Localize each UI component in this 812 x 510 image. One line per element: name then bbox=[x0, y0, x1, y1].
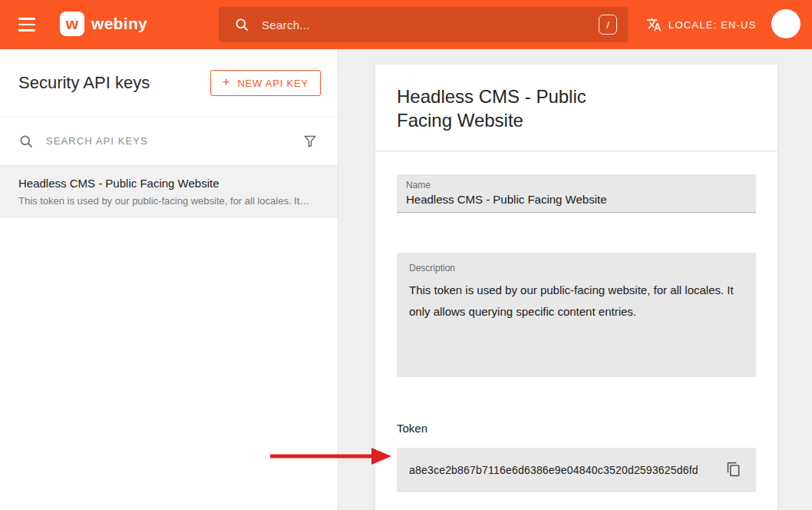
menu-icon-bar bbox=[18, 24, 35, 26]
api-key-detail-card: Headless CMS - Public Facing Website Nam… bbox=[375, 65, 777, 510]
api-keys-search-row bbox=[0, 117, 338, 166]
name-field-value: Headless CMS - Public Facing Website bbox=[406, 193, 747, 206]
api-keys-panel: Security API keys + NEW API KEY Headle bbox=[0, 49, 338, 510]
menu-icon[interactable] bbox=[18, 18, 35, 31]
api-key-item-title: Headless CMS - Public Facing Website bbox=[18, 177, 319, 190]
webiny-logo-icon: w bbox=[60, 12, 84, 36]
webiny-logo[interactable]: w webiny bbox=[60, 12, 147, 36]
api-key-list-item[interactable]: Headless CMS - Public Facing Website Thi… bbox=[0, 166, 338, 218]
name-field[interactable]: Name Headless CMS - Public Facing Websit… bbox=[397, 174, 756, 213]
new-api-key-button[interactable]: + NEW API KEY bbox=[210, 70, 321, 96]
name-field-label: Name bbox=[406, 180, 747, 190]
detail-card-header: Headless CMS - Public Facing Website bbox=[375, 65, 777, 151]
api-key-item-description: This token is used by our public-facing … bbox=[18, 195, 319, 207]
plus-icon: + bbox=[223, 75, 231, 90]
api-keys-search-input[interactable] bbox=[46, 135, 292, 147]
search-icon bbox=[18, 134, 34, 149]
menu-icon-bar bbox=[18, 18, 35, 20]
copy-token-button[interactable] bbox=[724, 460, 744, 480]
locale-selector[interactable]: LOCALE: EN-US bbox=[646, 0, 757, 49]
search-shortcut-badge: / bbox=[599, 15, 617, 35]
token-value: a8e3ce2b867b7116e6d6386e9e04840c3520d259… bbox=[409, 464, 698, 476]
copy-icon bbox=[726, 462, 741, 479]
description-field-label: Description bbox=[409, 263, 744, 273]
description-field-value: This token is used by our public-facing … bbox=[409, 280, 744, 323]
filter-icon[interactable] bbox=[301, 132, 319, 151]
new-api-key-button-label: NEW API KEY bbox=[237, 78, 309, 89]
menu-icon-bar bbox=[18, 29, 35, 31]
search-icon bbox=[234, 17, 249, 32]
app-window: w webiny / LOCALE: EN-US bbox=[0, 0, 812, 510]
webiny-logo-letter: w bbox=[66, 15, 78, 33]
global-search-input[interactable] bbox=[262, 18, 599, 31]
topbar: w webiny / LOCALE: EN-US bbox=[0, 0, 812, 49]
locale-label: LOCALE: EN-US bbox=[668, 19, 757, 31]
translate-icon bbox=[646, 17, 662, 32]
detail-panel: Headless CMS - Public Facing Website Nam… bbox=[338, 49, 812, 510]
detail-card-body: Name Headless CMS - Public Facing Websit… bbox=[375, 151, 777, 510]
description-field[interactable]: Description This token is used by our pu… bbox=[397, 253, 756, 377]
user-avatar[interactable] bbox=[771, 9, 800, 38]
detail-title: Headless CMS - Public Facing Website bbox=[397, 84, 596, 132]
webiny-logo-text: webiny bbox=[91, 15, 147, 33]
api-keys-header: Security API keys + NEW API KEY bbox=[0, 49, 338, 117]
global-search-bar[interactable]: / bbox=[219, 7, 628, 42]
token-label: Token bbox=[397, 422, 756, 435]
page-title: Security API keys bbox=[18, 73, 150, 93]
token-field: a8e3ce2b867b7116e6d6386e9e04840c3520d259… bbox=[397, 448, 756, 492]
